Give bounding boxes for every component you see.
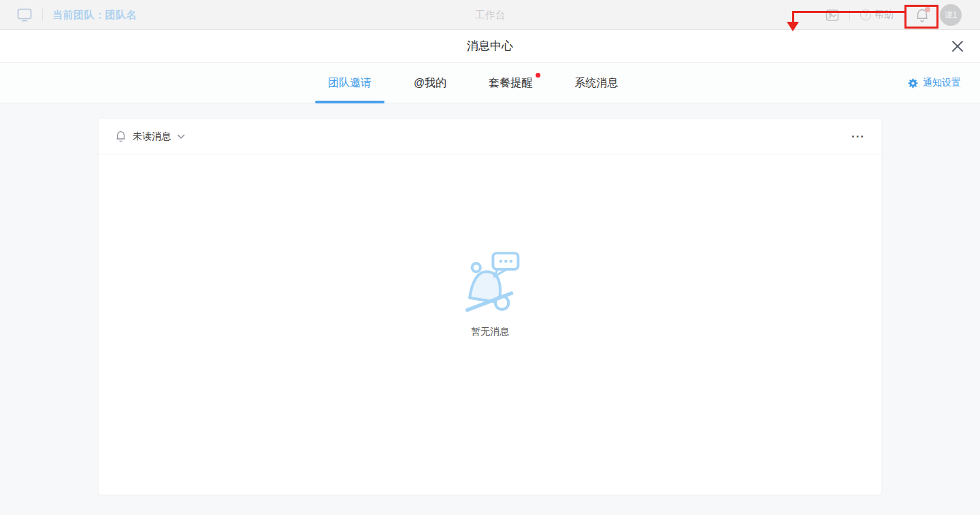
notification-settings-label: 通知设置 — [923, 77, 961, 89]
annotation-line-vertical — [792, 11, 794, 22]
message-center-dialog: 消息中心 团队邀请 @我的 套餐提醒 系统消息 — [0, 30, 980, 515]
card-header: 未读消息 ··· — [99, 119, 881, 154]
annotation-arrowhead — [787, 22, 799, 31]
chevron-down-icon — [177, 134, 185, 139]
unread-filter-dropdown[interactable]: 未读消息 — [115, 130, 185, 143]
annotation-rectangle — [904, 5, 938, 29]
tab-label: 团队邀请 — [328, 76, 372, 90]
messages-card: 未读消息 ··· — [99, 119, 881, 495]
bell-with-speech-bubble-illustration — [460, 251, 520, 316]
screen: 当前团队：团队名 工作台 帮助 — [0, 0, 980, 515]
more-menu-button[interactable]: ··· — [851, 133, 865, 140]
tab-label: @我的 — [414, 76, 446, 90]
tab-plan-reminders[interactable]: 套餐提醒 — [476, 63, 545, 103]
close-button[interactable] — [950, 39, 965, 54]
notification-settings-button[interactable]: 通知设置 — [907, 63, 961, 103]
tab-label: 套餐提醒 — [489, 76, 532, 90]
dialog-body: 未读消息 ··· — [0, 103, 980, 515]
topbar: 当前团队：团队名 工作台 帮助 — [0, 0, 980, 30]
tab-mentions[interactable]: @我的 — [401, 63, 459, 103]
bell-icon — [115, 130, 127, 143]
gear-icon — [907, 78, 919, 89]
empty-state: 暂无消息 — [99, 154, 881, 338]
dialog-titlebar: 消息中心 — [0, 30, 980, 63]
annotation-line-horizontal — [793, 11, 904, 13]
tab-bar: 团队邀请 @我的 套餐提醒 系统消息 — [0, 63, 980, 103]
red-dot-badge — [536, 73, 540, 78]
tab-system-messages[interactable]: 系统消息 — [561, 63, 631, 103]
dialog-title: 消息中心 — [0, 30, 980, 63]
empty-state-text: 暂无消息 — [471, 326, 509, 338]
tabs: 团队邀请 @我的 套餐提醒 系统消息 — [0, 63, 980, 103]
filter-label: 未读消息 — [133, 131, 171, 143]
avatar[interactable]: 谭1 — [940, 4, 962, 26]
card-body: 暂无消息 — [99, 154, 881, 495]
tab-label: 系统消息 — [574, 76, 618, 90]
tab-team-invites[interactable]: 团队邀请 — [315, 63, 385, 103]
